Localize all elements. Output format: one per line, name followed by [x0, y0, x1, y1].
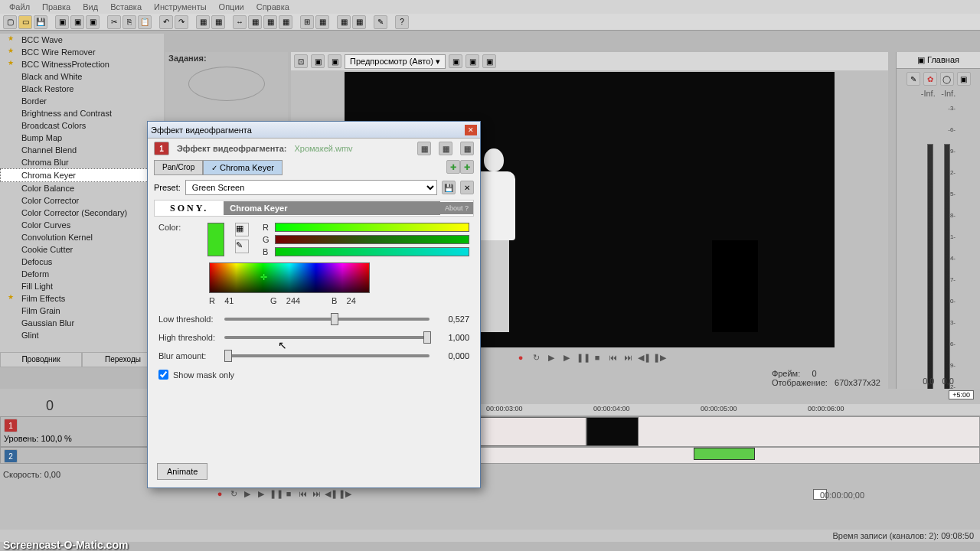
toolbar-icon[interactable]: ▣: [55, 15, 69, 29]
video-clip[interactable]: [586, 417, 639, 446]
save-icon[interactable]: 💾: [34, 15, 47, 29]
fx-list-item[interactable]: Black and White: [0, 70, 164, 83]
audio-track-header[interactable]: 2: [0, 447, 165, 464]
fx-list-item[interactable]: Color Balance: [0, 182, 164, 194]
color-spectrum[interactable]: ✛: [209, 262, 370, 293]
fx-list-item[interactable]: Gaussian Blur: [0, 317, 164, 329]
toolbar-icon[interactable]: ▦: [315, 15, 329, 29]
preview-tool-icon[interactable]: ▣: [449, 54, 462, 68]
menu-edit[interactable]: Правка: [37, 1, 76, 13]
tab-pan-crop[interactable]: Pan/Crop: [154, 160, 203, 175]
go-end-icon[interactable]: ⏭: [311, 489, 322, 500]
fx-list-item[interactable]: Cookie Cutter: [0, 243, 164, 256]
tab-explorer[interactable]: Проводник: [0, 352, 82, 367]
toolbar-icon[interactable]: ▣: [70, 15, 84, 29]
record-icon[interactable]: ●: [515, 353, 526, 364]
play-start-icon[interactable]: ▶: [546, 353, 557, 364]
fx-list-item[interactable]: Broadcast Colors: [0, 119, 164, 132]
play-icon[interactable]: ▶: [256, 489, 266, 500]
tab-main[interactable]: ▣ Главная: [897, 52, 980, 69]
r-slider[interactable]: [275, 223, 469, 232]
about-button[interactable]: About ?: [440, 202, 473, 214]
toolbar-icon[interactable]: ▦: [263, 15, 277, 29]
go-start-icon[interactable]: ⏮: [607, 353, 618, 364]
copy-icon[interactable]: ⎘: [122, 15, 136, 29]
fx-list-item[interactable]: BCC Wire Remover: [0, 46, 164, 58]
toolbar-icon[interactable]: ▦: [248, 15, 262, 29]
toolbar-icon[interactable]: ✎: [374, 15, 387, 29]
preview-quality-dropdown[interactable]: Предпросмотр (Авто) ▾: [345, 54, 446, 69]
toolbar-icon[interactable]: ▦: [196, 15, 210, 29]
bus-icon[interactable]: ▣: [957, 72, 971, 86]
new-icon[interactable]: ▢: [3, 15, 17, 29]
fx-list-item[interactable]: Color Corrector (Secondary): [0, 207, 164, 219]
stop-icon[interactable]: ■: [592, 353, 603, 364]
menu-tools[interactable]: Инструменты: [149, 1, 212, 13]
preview-tool-icon[interactable]: ▣: [328, 54, 341, 68]
preset-thumbnail[interactable]: [188, 67, 265, 101]
toolbar-icon[interactable]: ▣: [86, 15, 100, 29]
next-frame-icon[interactable]: ❚▶: [653, 353, 664, 364]
loop-icon[interactable]: ↻: [531, 353, 541, 364]
color-swatch[interactable]: [207, 223, 224, 256]
fx-list-item[interactable]: Channel Blend: [0, 144, 164, 156]
fx-list-item[interactable]: Deform: [0, 268, 164, 280]
prev-frame-icon[interactable]: ◀❚: [638, 353, 648, 364]
pause-icon[interactable]: ❚❚: [577, 353, 587, 364]
fx-list-item[interactable]: Film Grain: [0, 305, 164, 317]
cut-icon[interactable]: ✂: [107, 15, 121, 29]
fx-list-item[interactable]: Border: [0, 95, 164, 107]
save-preset-icon[interactable]: 💾: [442, 181, 456, 194]
preview-tool-icon[interactable]: ▣: [311, 54, 325, 68]
add-fx-icon[interactable]: ✚: [446, 160, 460, 174]
fx-list-item[interactable]: Glint: [0, 329, 164, 341]
fx-list-item[interactable]: Color Corrector: [0, 194, 164, 207]
blur-amount-slider[interactable]: [224, 354, 430, 357]
low-threshold-value[interactable]: 0,527: [436, 315, 469, 324]
snap-icon[interactable]: ⊞: [300, 15, 314, 29]
delete-preset-icon[interactable]: ✕: [460, 181, 474, 194]
menu-options[interactable]: Опции: [214, 1, 250, 13]
bus-icon[interactable]: ◯: [940, 72, 954, 86]
redo-icon[interactable]: ↷: [175, 15, 188, 29]
fx-list-item[interactable]: Defocus: [0, 256, 164, 268]
loop-icon[interactable]: ↻: [228, 489, 239, 500]
preview-tool-icon[interactable]: ▣: [482, 54, 496, 68]
fx-list-item[interactable]: BCC Wave: [0, 34, 164, 46]
undo-icon[interactable]: ↶: [159, 15, 173, 29]
fx-list-item[interactable]: BCC WitnessProtection: [0, 58, 164, 70]
toolbar-icon[interactable]: ▦: [352, 15, 366, 29]
menu-help[interactable]: Справка: [251, 1, 295, 13]
b-slider[interactable]: [275, 247, 469, 256]
high-threshold-slider[interactable]: [224, 336, 430, 339]
high-threshold-value[interactable]: 1,000: [436, 333, 469, 342]
stop-icon[interactable]: ■: [283, 489, 294, 500]
prev-frame-icon[interactable]: ◀❚: [325, 489, 335, 500]
fx-list-item[interactable]: Brightness and Contrast: [0, 107, 164, 119]
toolbar-icon[interactable]: ▦: [337, 15, 351, 29]
fx-list-item[interactable]: Fill Light: [0, 280, 164, 292]
fx-chain-icon[interactable]: ▦: [417, 142, 431, 155]
help-icon[interactable]: ?: [395, 15, 409, 29]
play-icon[interactable]: ▶: [561, 353, 572, 364]
fx-list-item[interactable]: Convolution Kernel: [0, 231, 164, 243]
pause-icon[interactable]: ❚❚: [270, 489, 280, 500]
toolbar-icon[interactable]: ▦: [211, 15, 225, 29]
low-threshold-slider[interactable]: [224, 318, 430, 321]
fx-list-item[interactable]: Chroma Keyer: [0, 168, 164, 182]
fx-chain-icon[interactable]: ▦: [460, 142, 474, 155]
menu-insert[interactable]: Вставка: [105, 1, 147, 13]
play-start-icon[interactable]: ▶: [242, 489, 253, 500]
preset-dropdown[interactable]: Green Screen: [185, 180, 437, 195]
fx-list-item[interactable]: Black Restore: [0, 83, 164, 95]
next-frame-icon[interactable]: ❚▶: [338, 489, 349, 500]
bus-icon[interactable]: ✎: [906, 72, 920, 86]
eyedropper-icon[interactable]: ✎: [235, 240, 249, 253]
preview-tool-icon[interactable]: ⊡: [294, 54, 308, 68]
fx-list-item[interactable]: Chroma Blur: [0, 156, 164, 168]
bus-settings-icon[interactable]: ✿: [923, 72, 937, 86]
animate-button[interactable]: Animate: [157, 463, 207, 480]
toolbar-icon[interactable]: ↔: [233, 15, 247, 29]
audio-clip[interactable]: [694, 448, 755, 460]
remove-fx-icon[interactable]: ✚: [460, 160, 474, 174]
